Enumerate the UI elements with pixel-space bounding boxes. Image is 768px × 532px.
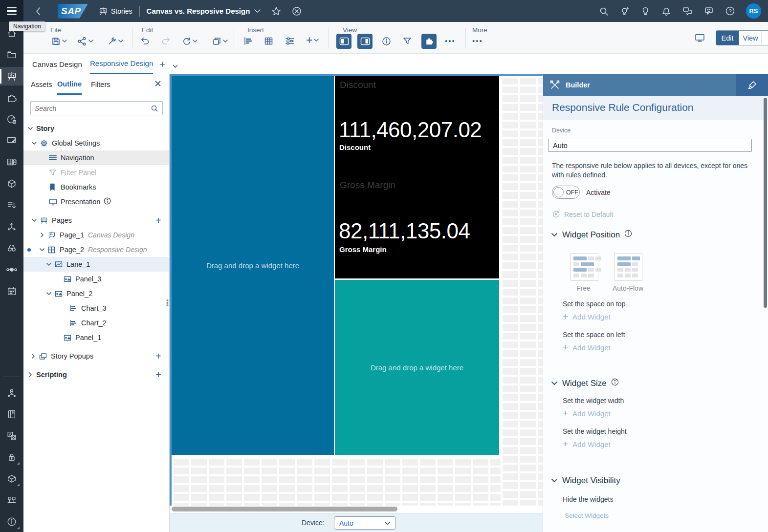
applications-puzzle-icon[interactable]	[0, 88, 23, 107]
chevron-down-icon[interactable]	[39, 247, 48, 253]
chevron-down-icon[interactable]	[27, 126, 36, 131]
stories-breadcrumb[interactable]: Stories	[99, 7, 132, 16]
outline-item-navigation[interactable]: Navigation	[23, 150, 169, 165]
left-panel-toggle-button[interactable]	[336, 34, 351, 49]
add-page-button[interactable]: +	[155, 215, 161, 226]
outline-item-chart-3[interactable]: Chart_3	[23, 301, 169, 316]
chevron-down-icon[interactable]	[551, 476, 558, 486]
chevron-down-icon[interactable]	[31, 140, 40, 146]
digital-boardroom-icon[interactable]	[0, 131, 23, 150]
right-panel-toggle-button[interactable]	[357, 34, 373, 49]
filter-button[interactable]	[403, 37, 412, 45]
user-avatar[interactable]: RS	[746, 3, 761, 19]
hamburger-menu-icon[interactable]	[0, 0, 23, 22]
tab-responsive-design[interactable]: Responsive Design	[90, 54, 153, 74]
dimensions-icon[interactable]	[0, 217, 23, 236]
catalog-binoculars-icon[interactable]	[0, 239, 23, 257]
modeler-icon[interactable]	[0, 174, 23, 193]
lightbulb-icon[interactable]	[640, 6, 651, 16]
panel-1-dropzone[interactable]: Drag and drop a widget here	[335, 280, 499, 455]
save-button[interactable]	[51, 37, 67, 46]
translation-icon[interactable]: A	[0, 426, 23, 445]
outline-item-panel-1[interactable]: Panel_1	[23, 330, 169, 345]
discussions-icon[interactable]	[682, 6, 693, 16]
add-page-chevron-icon[interactable]	[173, 62, 178, 70]
notifications-bell-icon[interactable]	[661, 6, 671, 16]
stories-icon[interactable]	[0, 67, 23, 85]
refresh-button[interactable]	[182, 37, 197, 46]
share-button[interactable]	[77, 37, 93, 46]
outline-item-filter-panel[interactable]: Filter Panel	[23, 165, 169, 180]
tab-assets[interactable]: Assets	[31, 74, 52, 95]
content-network-box-icon[interactable]	[0, 469, 23, 488]
chevron-down-icon[interactable]	[254, 9, 261, 13]
tab-filters[interactable]: Filters	[91, 74, 110, 95]
outline-item-bookmarks[interactable]: Bookmarks	[23, 180, 169, 194]
close-story-icon[interactable]	[292, 6, 302, 16]
insert-chart-button[interactable]	[243, 37, 253, 45]
device-input[interactable]: Auto	[548, 139, 752, 152]
tab-outline[interactable]: Outline	[57, 74, 82, 95]
redo-button[interactable]	[161, 37, 171, 45]
feedback-icon[interactable]	[703, 6, 714, 16]
position-free-thumbnail[interactable]	[571, 253, 598, 281]
mode-dropdown-chevron[interactable]	[762, 30, 768, 45]
add-widget-left-button[interactable]: +Add Widget	[563, 342, 611, 353]
linked-nodes-icon[interactable]	[0, 260, 23, 279]
panel-resize-handle[interactable]: •••	[166, 299, 169, 306]
favorite-star-icon[interactable]	[271, 6, 281, 16]
administration-icon[interactable]	[0, 383, 23, 402]
tools-button[interactable]	[108, 37, 123, 46]
add-page-button[interactable]: +	[159, 59, 165, 70]
outline-item-page-2[interactable]: Page_2 Responsive Design	[23, 242, 169, 257]
horizontal-scrollbar[interactable]	[172, 507, 397, 511]
outline-search[interactable]	[30, 101, 163, 115]
add-widget-width-button[interactable]: +Add Widget	[563, 408, 611, 419]
add-script-button[interactable]: +	[155, 369, 161, 381]
info-icon[interactable]	[104, 197, 111, 206]
analytic-applications-icon[interactable]	[0, 110, 23, 128]
outline-item-panel-2[interactable]: Panel_2	[23, 286, 169, 301]
story-queue-icon[interactable]	[0, 196, 23, 214]
insert-add-button[interactable]: +	[306, 35, 319, 46]
insert-table-button[interactable]	[264, 37, 273, 45]
search-icon[interactable]	[599, 6, 609, 16]
activate-toggle[interactable]: OFF	[552, 186, 580, 199]
chevron-right-icon[interactable]	[39, 232, 48, 238]
outline-item-story-popups[interactable]: Story Popups +	[23, 349, 169, 363]
section-widget-position[interactable]: Widget Position	[551, 230, 632, 240]
outline-item-global-settings[interactable]: Global Settings	[23, 136, 169, 150]
datasets-icon[interactable]	[0, 153, 23, 171]
outline-item-panel-3[interactable]: Panel_3	[23, 272, 169, 286]
view-overflow-button[interactable]: •••	[445, 37, 456, 45]
security-lock-icon[interactable]	[0, 448, 23, 467]
info-icon[interactable]	[624, 230, 632, 240]
calendar-icon[interactable]	[0, 282, 23, 300]
edit-mode-button[interactable]: Edit	[716, 30, 739, 45]
outline-item-scripting[interactable]: Scripting +	[23, 367, 169, 382]
view-mode-button[interactable]: View	[739, 30, 762, 45]
back-icon[interactable]	[32, 7, 44, 16]
outline-item-story[interactable]: Story	[23, 121, 169, 136]
outline-item-chart-2[interactable]: Chart_2	[23, 316, 169, 330]
duplicate-button[interactable]	[212, 37, 228, 46]
more-overflow-button[interactable]: •••	[472, 37, 483, 45]
outline-item-presentation[interactable]: Presentation	[23, 194, 169, 209]
builder-header[interactable]: Builder	[543, 74, 736, 96]
add-widget-height-button[interactable]: +Add Widget	[563, 439, 611, 449]
chevron-down-icon[interactable]	[46, 261, 55, 267]
vertical-scrollbar[interactable]	[764, 98, 767, 308]
chevron-down-icon[interactable]	[551, 379, 558, 388]
panel-3-dropzone[interactable]: Drag and drop a widget here	[172, 76, 334, 455]
details-info-button[interactable]	[382, 37, 391, 46]
close-panel-icon[interactable]	[154, 80, 161, 89]
system-info-icon[interactable]	[0, 512, 23, 531]
chevron-right-icon[interactable]	[27, 372, 36, 378]
display-mode-icon[interactable]	[695, 33, 705, 43]
connections-bridge-icon[interactable]	[0, 491, 23, 510]
panel-2-kpi-tile[interactable]: Discount 111,460,207.02 Discount Gross M…	[335, 76, 499, 278]
help-icon[interactable]: ?	[725, 6, 735, 16]
add-popup-button[interactable]: +	[155, 351, 161, 362]
search-input[interactable]	[35, 105, 151, 112]
chevron-right-icon[interactable]	[30, 353, 39, 359]
